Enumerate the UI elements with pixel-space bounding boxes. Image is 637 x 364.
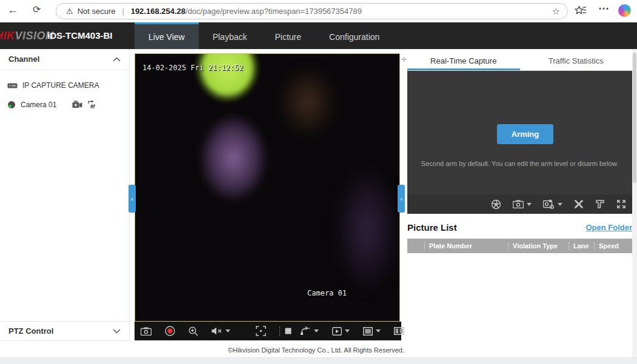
url-separator: | [122, 7, 124, 16]
collapse-left-panel-handle[interactable]: ‹ [128, 185, 136, 213]
caret-down-icon[interactable] [345, 329, 350, 333]
main-tabs: Live View Playback Picture Configuration [135, 22, 393, 49]
caret-down-icon[interactable] [376, 329, 381, 333]
tab-playback[interactable]: Playback [199, 22, 261, 49]
picture-list-header: Picture List Open Folder [407, 218, 632, 236]
picture-table-header: Plate Number Violation Type Lane Speed [407, 239, 632, 253]
svg-text:0: 0 [92, 104, 94, 109]
dome-camera-icon [7, 101, 16, 109]
favorite-star-icon[interactable]: ☆ [552, 6, 560, 17]
horizontal-scrollbar[interactable] [0, 357, 637, 364]
device-tree-item[interactable]: IP CAPTURE CAMERA [0, 78, 129, 93]
capture-toolbar [407, 194, 632, 214]
favorites-icon[interactable] [575, 5, 587, 16]
app-header: HIKVISION iDS-TCM403-BI Live View Playba… [0, 22, 637, 49]
logo-hik: HIK [0, 30, 15, 42]
tab-live-view[interactable]: Live View [135, 22, 199, 49]
browser-toolbar: ← ⟳ ⚠ Not secure | 192.168.254.28/doc/pa… [0, 0, 637, 22]
disarm-icon[interactable] [574, 199, 584, 209]
tab-picture[interactable]: Picture [261, 22, 315, 49]
mute-icon[interactable] [212, 327, 230, 335]
capture-panel-tabs: Real-Time Capture Traffic Statistics [407, 53, 632, 71]
arming-button[interactable]: Arming [497, 124, 553, 144]
tab-real-time-capture[interactable]: Real-Time Capture [407, 53, 520, 70]
toolbar-divider [279, 326, 280, 336]
picture-list-title: Picture List [407, 222, 457, 233]
osd-camera-label: Camera 01 [307, 289, 347, 297]
url-path: /doc/page/preview.asp?timespan=173956735… [185, 7, 362, 16]
panel-resize-icon: ✛ [401, 56, 407, 64]
digital-zoom-icon[interactable] [188, 326, 198, 336]
caret-down-icon[interactable] [225, 329, 230, 333]
address-bar[interactable]: ⚠ Not secure | 192.168.254.28/doc/page/p… [56, 3, 568, 19]
stop-icon[interactable] [285, 328, 292, 334]
chevron-up-icon[interactable] [113, 57, 121, 62]
capture-settings-icon[interactable] [543, 199, 562, 209]
scrollbar-thumb[interactable] [633, 53, 636, 183]
bokeh-brown [270, 55, 345, 149]
arm-settings-icon[interactable] [491, 199, 501, 210]
stream-camera-icon[interactable] [72, 101, 82, 109]
channel-section-header[interactable]: Channel [0, 49, 129, 70]
picture-table-body [407, 253, 632, 342]
copilot-icon[interactable] [618, 4, 631, 17]
capture-unit-icon [7, 82, 18, 89]
device-model: iDS-TCM403-BI [47, 30, 113, 41]
arming-note: Second arm by default. You can edit the … [407, 160, 632, 167]
url-host: 192.168.254.28 [131, 7, 185, 16]
playback-icon[interactable] [332, 327, 350, 336]
caret-down-icon[interactable] [527, 203, 532, 206]
bokeh-purple-2 [326, 148, 400, 311]
stream-type-icon[interactable] [300, 326, 319, 336]
col-violation-type: Violation Type [508, 242, 569, 250]
not-secure-warning-icon: ⚠ [66, 7, 73, 16]
live-video-view[interactable]: 14-02-2025 Fri 21:12:52 Camera 01 [135, 53, 400, 322]
bokeh-purple [191, 104, 276, 213]
caret-down-icon[interactable] [314, 329, 319, 333]
tab-traffic-statistics[interactable]: Traffic Statistics [520, 53, 633, 70]
copyright-text: ©Hikvision Digital Technology Co., Ltd. … [228, 346, 404, 354]
channel-sidebar: Channel IP CAPTURE CAMERA Camera 01 [0, 49, 130, 341]
device-name: IP CAPTURE CAMERA [22, 81, 99, 90]
expand-icon[interactable] [616, 199, 626, 209]
collapse-right-panel-handle[interactable]: › [398, 185, 405, 213]
ptz-title: PTZ Control [8, 326, 53, 336]
col-speed: Speed [594, 242, 627, 250]
copyright-footer: ©Hikvision Digital Technology Co., Ltd. … [0, 344, 632, 356]
vertical-scrollbar[interactable] [632, 49, 637, 357]
refresh-icon[interactable]: ⟳ [33, 4, 41, 15]
page: ← ⟳ ⚠ Not secure | 192.168.254.28/doc/pa… [0, 0, 637, 364]
hikvision-logo: HIKVISION [0, 30, 54, 42]
window-layout-icon[interactable] [363, 327, 381, 336]
chevron-down-icon[interactable] [113, 329, 121, 334]
record-icon[interactable] [165, 326, 175, 336]
stream-switch-icon[interactable]: 0 [87, 101, 96, 109]
col-plate-number: Plate Number [424, 242, 508, 250]
snapshot-icon[interactable] [513, 200, 532, 208]
channel-title: Channel [8, 55, 39, 64]
ptz-section-header[interactable]: PTZ Control [0, 321, 129, 340]
more-icon[interactable]: ⋯ [598, 2, 609, 15]
open-folder-link[interactable]: Open Folder [585, 223, 632, 232]
video-toolbar [135, 322, 401, 340]
snapshot-icon[interactable] [141, 327, 152, 336]
measure-icon[interactable] [595, 199, 605, 209]
col-lane: Lane [569, 242, 594, 250]
focus-icon[interactable] [256, 326, 266, 336]
bokeh-green [187, 53, 267, 111]
security-label[interactable]: Not secure [78, 7, 116, 16]
caret-down-icon[interactable] [558, 203, 562, 206]
osd-timestamp: 14-02-2025 Fri 21:12:52 [142, 64, 243, 72]
camera-tree-item[interactable]: Camera 01 0 [0, 98, 129, 112]
arming-panel: Arming Second arm by default. You can ed… [407, 71, 632, 214]
tab-configuration[interactable]: Configuration [315, 22, 393, 49]
back-icon[interactable]: ← [7, 4, 18, 16]
camera-name: Camera 01 [21, 101, 56, 109]
